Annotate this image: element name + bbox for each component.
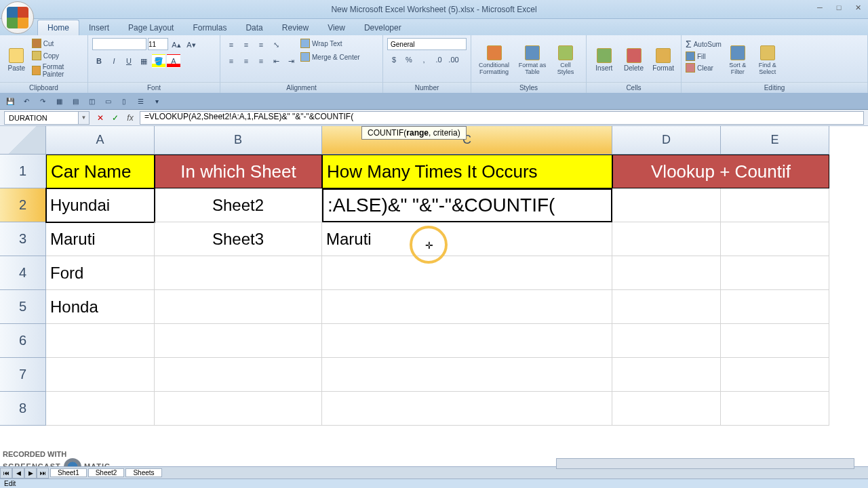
align-left-button[interactable]: ≡	[224, 54, 238, 68]
fill-color-button[interactable]: 🪣	[152, 54, 165, 68]
tab-home[interactable]: Home	[37, 20, 79, 35]
tab-review[interactable]: Review	[273, 20, 318, 35]
qat-btn-1[interactable]: ▦	[53, 96, 65, 108]
cell-a7[interactable]	[46, 358, 155, 392]
row-header-3[interactable]: 3	[0, 222, 46, 256]
clear-button[interactable]: Clear	[686, 62, 722, 73]
minimize-button[interactable]: ─	[813, 2, 827, 13]
col-header-e[interactable]: E	[721, 126, 829, 155]
percent-button[interactable]: %	[402, 53, 416, 66]
wrap-text-button[interactable]: Wrap Text	[300, 38, 360, 49]
qat-btn-4[interactable]: ▭	[102, 96, 114, 108]
cell-e2[interactable]	[721, 188, 829, 222]
cell-e8[interactable]	[721, 392, 829, 426]
qat-btn-5[interactable]: ▯	[118, 96, 130, 108]
cell-d6[interactable]	[612, 324, 721, 358]
cell-a3[interactable]: Maruti	[46, 222, 155, 256]
worksheet-grid[interactable]: A B C D E 1 2 3 4 5 6 7 8 Car Name In wh…	[0, 126, 868, 465]
row-header-1[interactable]: 1	[0, 155, 46, 188]
cell-b5[interactable]	[155, 290, 322, 324]
font-size-input[interactable]	[148, 38, 168, 50]
cell-a4[interactable]: Ford	[46, 256, 155, 290]
cell-d7[interactable]	[612, 358, 721, 392]
insert-function-button[interactable]: fx	[123, 111, 137, 125]
cell-a2[interactable]: Hyundai	[46, 188, 155, 222]
cell-b7[interactable]	[155, 358, 322, 392]
cell-a8[interactable]	[46, 392, 155, 426]
save-button[interactable]: 💾	[4, 96, 16, 108]
align-center-button[interactable]: ≡	[239, 54, 253, 68]
sheet-nav-next[interactable]: ▶	[24, 468, 37, 479]
formula-input[interactable]: =VLOOKUP(A2,Sheet2!A:A,1,FALSE)&" "&"-"&…	[140, 111, 864, 125]
bold-button[interactable]: B	[92, 54, 106, 68]
cell-d5[interactable]	[612, 290, 721, 324]
cell-c8[interactable]	[322, 392, 612, 426]
sheet-nav-prev[interactable]: ◀	[12, 468, 24, 479]
qat-more-button[interactable]: ▾	[151, 96, 163, 108]
qat-btn-2[interactable]: ▤	[69, 96, 81, 108]
fill-button[interactable]: Fill	[686, 51, 722, 62]
row-header-2[interactable]: 2	[0, 188, 46, 222]
find-select-button[interactable]: Find & Select	[754, 38, 781, 82]
redo-button[interactable]: ↷	[37, 96, 49, 108]
qat-btn-3[interactable]: ◫	[85, 96, 98, 108]
underline-button[interactable]: U	[122, 54, 136, 68]
merge-center-button[interactable]: Merge & Center	[300, 52, 360, 62]
cell-b6[interactable]	[155, 324, 322, 358]
cell-b8[interactable]	[155, 392, 322, 426]
row-header-6[interactable]: 6	[0, 324, 46, 358]
cancel-formula-button[interactable]: ✕	[94, 111, 107, 125]
increase-decimal-button[interactable]: .0	[432, 53, 446, 66]
row-header-4[interactable]: 4	[0, 256, 46, 290]
tab-insert[interactable]: Insert	[79, 20, 119, 35]
name-box[interactable]: DURATION	[4, 111, 79, 125]
cell-e4[interactable]	[721, 256, 829, 290]
cell-a6[interactable]	[46, 324, 155, 358]
row-header-7[interactable]: 7	[0, 358, 46, 392]
decrease-decimal-button[interactable]: .00	[447, 53, 460, 66]
cell-d4[interactable]	[612, 256, 721, 290]
restore-button[interactable]: □	[832, 2, 846, 13]
cell-b1[interactable]: In which Sheet	[155, 155, 322, 188]
name-box-dropdown[interactable]: ▼	[79, 111, 90, 125]
select-all-corner[interactable]	[0, 126, 46, 155]
format-cells-button[interactable]: Format	[650, 38, 677, 82]
format-painter-button[interactable]: Format Painter	[32, 62, 83, 79]
cell-d2[interactable]	[612, 188, 721, 222]
format-as-table-button[interactable]: Format as Table	[515, 38, 549, 82]
row-header-5[interactable]: 5	[0, 290, 46, 324]
cell-c7[interactable]	[322, 358, 612, 392]
enter-formula-button[interactable]: ✓	[108, 111, 122, 125]
align-top-button[interactable]: ≡	[224, 38, 238, 52]
border-button[interactable]: ▦	[137, 54, 151, 68]
cell-e6[interactable]	[721, 324, 829, 358]
increase-indent-button[interactable]: ⇥	[284, 54, 298, 68]
cell-c5[interactable]	[322, 290, 612, 324]
cell-b4[interactable]	[155, 256, 322, 290]
grow-font-button[interactable]: A▴	[170, 38, 183, 52]
italic-button[interactable]: I	[107, 54, 121, 68]
cell-d1[interactable]: Vlookup + Countif	[612, 155, 829, 188]
office-button[interactable]	[1, 1, 34, 34]
cell-d3[interactable]	[612, 222, 721, 256]
conditional-formatting-button[interactable]: Conditional Formatting	[475, 38, 513, 82]
cell-a1[interactable]: Car Name	[46, 155, 155, 188]
tab-view[interactable]: View	[318, 20, 355, 35]
sort-filter-button[interactable]: Sort & Filter	[724, 38, 751, 82]
accounting-button[interactable]: $	[387, 53, 401, 66]
autosum-button[interactable]: ΣAutoSum	[686, 38, 722, 50]
paste-button[interactable]: Paste	[4, 38, 29, 82]
col-header-a[interactable]: A	[46, 126, 155, 155]
col-header-b[interactable]: B	[155, 126, 322, 155]
tab-formulas[interactable]: Formulas	[183, 20, 236, 35]
cut-button[interactable]: Cut	[32, 38, 83, 49]
cell-e3[interactable]	[721, 222, 829, 256]
sheet-tab-3[interactable]: Sheets	[125, 468, 161, 477]
cell-c6[interactable]	[322, 324, 612, 358]
align-middle-button[interactable]: ≡	[239, 38, 253, 52]
cell-e5[interactable]	[721, 290, 829, 324]
font-name-input[interactable]	[92, 38, 146, 50]
number-format-combo[interactable]: General	[387, 38, 467, 50]
cell-c1[interactable]: How Many Times It Occurs	[322, 155, 612, 188]
decrease-indent-button[interactable]: ⇤	[269, 54, 283, 68]
